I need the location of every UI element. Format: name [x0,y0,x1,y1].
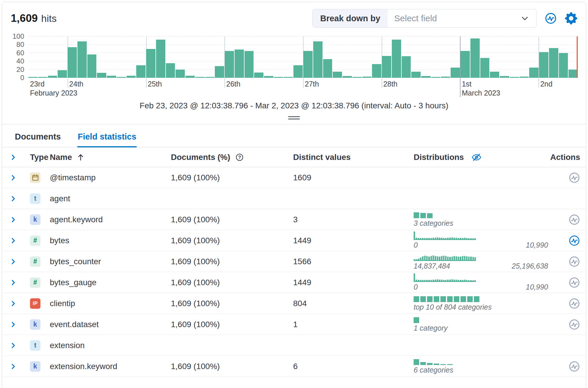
histogram-bar[interactable] [510,77,519,78]
column-header-name[interactable]: Name [50,153,165,162]
histogram-plot-area[interactable]: 23rdFebruary 202324th25th26th27th28th1st… [28,36,578,78]
field-name: clientip [50,299,165,308]
row-expand-button[interactable] [8,174,17,181]
distribution-bar [451,237,453,239]
histogram-bar[interactable] [156,40,165,78]
chart-pulse-icon [568,277,580,288]
y-tick-label: 40 [16,58,24,65]
field-stats-action-button[interactable] [568,277,580,288]
histogram-bar[interactable] [176,70,185,78]
documents-percent: 1,609 (100%) [165,362,287,371]
row-expand-button[interactable] [8,342,17,349]
field-type-number-icon: # [30,235,40,246]
histogram-bar[interactable] [500,76,509,78]
histogram-bar[interactable] [353,77,362,78]
histogram-bar[interactable] [245,51,254,78]
histogram-bar[interactable] [451,68,460,78]
histogram-bar[interactable] [205,77,215,78]
histogram-bar[interactable] [117,77,126,78]
histogram-bar[interactable] [284,77,293,78]
histogram-bar[interactable] [529,68,539,78]
histogram-bar[interactable] [343,76,352,78]
histogram-bar[interactable] [68,47,77,78]
histogram-bar[interactable] [28,77,38,78]
histogram-bar[interactable] [136,65,146,78]
visualize-button[interactable] [545,12,557,24]
histogram-bar[interactable] [127,76,136,78]
distribution-bar [426,280,428,281]
row-expand-button[interactable] [8,195,17,202]
histogram-bar[interactable] [421,76,431,78]
histogram-bar[interactable] [107,76,116,78]
field-name: agent.keyword [50,215,165,224]
histogram-bar[interactable] [225,51,234,78]
breakdown-label: Break down by [313,9,388,27]
histogram-bar[interactable] [480,58,490,78]
histogram-bar[interactable] [254,73,263,78]
histogram-bar[interactable] [549,48,558,78]
histogram-bar[interactable] [441,77,450,78]
histogram-bar[interactable] [382,56,391,78]
field-stats-action-button[interactable] [568,298,580,309]
histogram-bar[interactable] [490,72,499,78]
histogram-bar[interactable] [185,76,195,78]
tab-documents[interactable]: Documents [14,124,61,147]
documents-help-icon[interactable]: ? [235,153,244,161]
histogram-bars[interactable] [28,36,578,78]
histogram-bar[interactable] [470,38,480,78]
histogram-bar[interactable] [235,50,244,78]
expand-all-button[interactable] [8,154,17,161]
row-expand-button[interactable] [8,279,17,286]
documents-histogram[interactable]: 020406080100 23rdFebruary 202324th25th26… [2,36,586,78]
histogram-bar[interactable] [293,65,303,78]
field-stats-action-button[interactable] [568,235,580,246]
histogram-bar[interactable] [402,56,411,78]
chart-settings-button[interactable] [565,12,577,24]
row-expand-button[interactable] [8,216,17,223]
field-stats-action-button[interactable] [568,172,580,184]
row-expand-button[interactable] [8,258,17,265]
histogram-bar[interactable] [264,76,273,78]
row-expand-button[interactable] [8,321,17,328]
field-stats-action-button[interactable] [568,361,580,372]
histogram-bar[interactable] [87,54,97,78]
distribution-bar [431,238,432,239]
histogram-bar[interactable] [333,72,342,78]
breakdown-field-select[interactable]: Select field [388,9,536,27]
histogram-bar[interactable] [559,53,568,78]
histogram-bar[interactable] [274,77,283,78]
histogram-bar[interactable] [77,41,87,78]
field-stats-action-button[interactable] [568,256,580,267]
histogram-bar[interactable] [323,59,332,78]
distribution-bar [456,256,457,260]
documents-percent: 1,609 (100%) [165,278,287,287]
tab-field-statistics[interactable]: Field statistics [77,124,137,147]
histogram-bar[interactable] [411,72,421,78]
histogram-bar[interactable] [195,77,205,78]
field-stats-action-button[interactable] [568,319,580,330]
histogram-bar[interactable] [431,77,440,78]
histogram-bar[interactable] [48,76,57,78]
row-expand-button[interactable] [8,237,17,244]
histogram-bar[interactable] [166,63,175,78]
panel-resize-handle[interactable] [288,116,300,119]
histogram-bar[interactable] [392,40,401,78]
row-expand-button[interactable] [8,363,17,370]
histogram-bar[interactable] [539,52,548,78]
histogram-bar[interactable] [313,41,323,78]
field-stats-action-button[interactable] [568,214,580,225]
histogram-bar[interactable] [372,64,381,78]
histogram-bar[interactable] [215,66,224,78]
histogram-bar[interactable] [362,77,372,78]
documents-percent: 1,609 (100%) [165,320,287,329]
histogram-bar[interactable] [303,51,313,78]
histogram-bar[interactable] [461,51,470,78]
histogram-bar[interactable] [58,70,67,78]
distribution-bar [414,317,419,323]
histogram-bar[interactable] [38,77,47,78]
distributions-toggle-icon[interactable] [472,152,481,162]
histogram-bar[interactable] [146,49,155,78]
histogram-bar[interactable] [520,77,529,78]
row-expand-button[interactable] [8,300,17,307]
histogram-bar[interactable] [97,73,106,78]
